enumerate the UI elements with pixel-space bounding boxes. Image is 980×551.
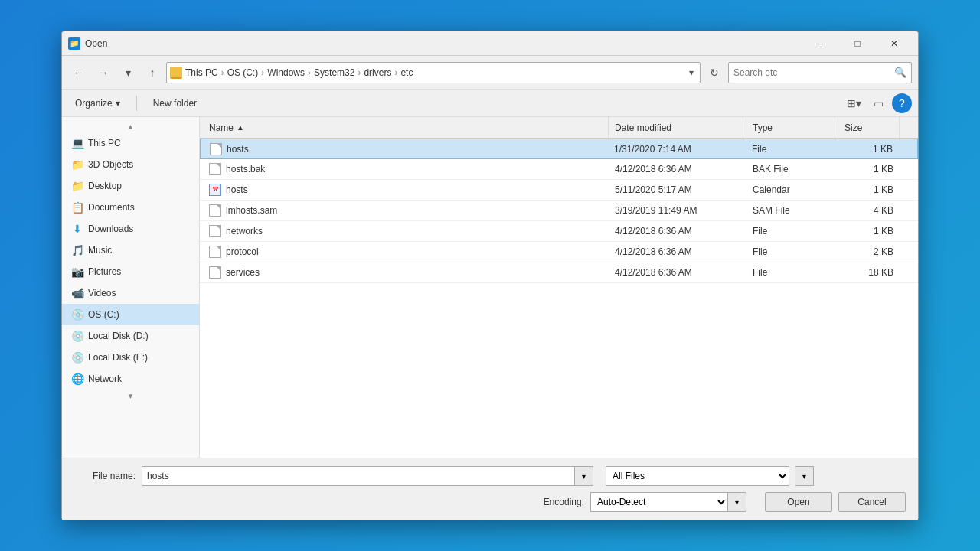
file-type-services: File: [746, 267, 838, 278]
encoding-select[interactable]: Auto-Detect: [590, 492, 728, 512]
col-header-date[interactable]: Date modified: [609, 117, 746, 138]
toolbar-right: ⊞ ▾ ▭ ?: [843, 93, 912, 113]
encoding-label: Encoding:: [544, 497, 584, 507]
documents-icon: 📋: [71, 201, 83, 214]
panel-button[interactable]: ▭: [867, 93, 889, 113]
open-button[interactable]: Open: [765, 492, 832, 512]
file-type-protocol: File: [746, 246, 838, 257]
sidebar-item-3dobjects[interactable]: 📁 3D Objects: [62, 154, 199, 175]
search-input[interactable]: [733, 67, 891, 78]
videos-icon: 📹: [71, 287, 83, 299]
encoding-dropdown-button[interactable]: ▾: [728, 492, 746, 512]
file-size-services: 18 KB: [838, 267, 900, 278]
sidebar-scroll-down[interactable]: ▼: [62, 390, 199, 402]
file-row-services[interactable]: services 4/12/2018 6:36 AM File 18 KB: [200, 262, 918, 283]
file-name-hosts1: hosts: [204, 143, 608, 155]
sidebar-label-locale: Local Disk (E:): [88, 352, 148, 363]
close-button[interactable]: ✕: [877, 34, 912, 53]
desktop-icon: 📁: [71, 180, 83, 192]
file-row-hosts1[interactable]: hosts 1/31/2020 7:14 AM File 1 KB: [200, 139, 918, 159]
address-bar-row: ← → ▾ ↑ This PC › OS (C:) › Windows › Sy…: [62, 56, 918, 90]
encoding-select-wrap: Auto-Detect ▾: [590, 492, 746, 512]
forward-button[interactable]: →: [93, 62, 114, 83]
breadcrumb-etc[interactable]: etc: [400, 67, 413, 78]
bottom-section: File name: ▾ All Files ▾ Encoding: Auto-…: [62, 458, 918, 520]
file-type-hosts2: Calendar: [746, 184, 838, 195]
file-date-services: 4/12/2018 6:36 AM: [609, 267, 746, 278]
file-list-area: Name ▲ Date modified Type Size: [200, 117, 918, 458]
filetype-select[interactable]: All Files: [606, 466, 789, 486]
sidebar-item-documents[interactable]: 📋 Documents: [62, 197, 199, 218]
file-date-hostsbak: 4/12/2018 6:36 AM: [609, 164, 746, 174]
address-box[interactable]: This PC › OS (C:) › Windows › System32 ›…: [166, 62, 701, 83]
col-header-type[interactable]: Type: [746, 117, 838, 138]
locale-icon: 💿: [71, 351, 83, 364]
sidebar-item-music[interactable]: 🎵 Music: [62, 240, 199, 261]
3dobjects-icon: 📁: [71, 158, 83, 171]
view-mode-button[interactable]: ⊞ ▾: [843, 93, 864, 113]
address-chevron[interactable]: ▾: [686, 67, 697, 78]
up-button[interactable]: ↑: [142, 62, 163, 83]
search-icon[interactable]: 🔍: [894, 67, 906, 78]
sidebar-label-downloads: Downloads: [88, 223, 133, 234]
sidebar-item-downloads[interactable]: ⬇ Downloads: [62, 218, 199, 240]
file-row-hosts2[interactable]: 📅 hosts 5/11/2020 5:17 AM Calendar 1 KB: [200, 180, 918, 201]
refresh-button[interactable]: ↻: [704, 62, 725, 83]
breadcrumb-thispc[interactable]: This PC: [185, 67, 218, 78]
file-row-hostsbak[interactable]: hosts.bak 4/12/2018 6:36 AM BAK File 1 K…: [200, 159, 918, 180]
help-button[interactable]: ?: [892, 93, 912, 113]
search-box[interactable]: 🔍: [728, 62, 912, 83]
file-icon-services: [209, 266, 221, 279]
sidebar-scroll-up[interactable]: ▲: [62, 120, 199, 132]
locald-icon: 💿: [71, 330, 83, 342]
sidebar-label-thispc: This PC: [88, 138, 121, 148]
back-button[interactable]: ←: [68, 62, 90, 83]
minimize-button[interactable]: —: [803, 34, 838, 53]
sidebar-item-locale[interactable]: 💿 Local Disk (E:): [62, 347, 199, 368]
breadcrumb-windows[interactable]: Windows: [267, 67, 305, 78]
col-header-name[interactable]: Name ▲: [203, 117, 609, 138]
sidebar-item-thispc[interactable]: 💻 This PC: [62, 132, 199, 154]
sidebar-item-locald[interactable]: 💿 Local Disk (D:): [62, 325, 199, 347]
filetype-dropdown-button[interactable]: ▾: [795, 466, 814, 486]
open-dialog: 📁 Open — □ ✕ ← → ▾ ↑ This PC › OS (C:) ›…: [61, 31, 919, 520]
sidebar-label-documents: Documents: [88, 202, 135, 213]
file-name-lmhosts: lmhosts.sam: [203, 204, 609, 217]
file-icon-hostsbak: [209, 163, 221, 175]
file-row-networks[interactable]: networks 4/12/2018 6:36 AM File 1 KB: [200, 221, 918, 242]
organize-button[interactable]: Organize ▾: [68, 93, 127, 113]
sidebar-label-locald: Local Disk (D:): [88, 331, 149, 341]
sidebar-item-osc[interactable]: 💿 OS (C:): [62, 304, 199, 325]
main-content: ▲ 💻 This PC 📁 3D Objects 📁 Desktop 📋 Doc…: [62, 117, 918, 458]
action-buttons: Open Cancel: [765, 492, 906, 512]
file-row-protocol[interactable]: protocol 4/12/2018 6:36 AM File 2 KB: [200, 242, 918, 262]
sidebar-item-videos[interactable]: 📹 Videos: [62, 282, 199, 304]
sidebar-label-desktop: Desktop: [88, 181, 122, 191]
maximize-button[interactable]: □: [840, 34, 875, 53]
recent-button[interactable]: ▾: [117, 62, 139, 83]
breadcrumb-system32[interactable]: System32: [314, 67, 354, 78]
toolbar-row: Organize ▾ New folder ⊞ ▾ ▭ ?: [62, 90, 918, 117]
file-type-hostsbak: BAK File: [746, 164, 838, 174]
sidebar-item-desktop[interactable]: 📁 Desktop: [62, 175, 199, 197]
file-icon-hosts2: 📅: [209, 184, 221, 196]
sidebar-item-pictures[interactable]: 📷 Pictures: [62, 261, 199, 282]
file-icon-networks: [209, 225, 221, 237]
dialog-icon: 📁: [68, 37, 80, 50]
filename-dropdown-button[interactable]: ▾: [575, 466, 593, 486]
sidebar-label-music: Music: [88, 245, 112, 256]
toolbar-separator: [136, 96, 137, 111]
downloads-icon: ⬇: [71, 223, 83, 235]
cancel-button[interactable]: Cancel: [838, 492, 906, 512]
title-bar-controls: — □ ✕: [803, 34, 912, 53]
file-row-lmhosts[interactable]: lmhosts.sam 3/19/2019 11:49 AM SAM File …: [200, 201, 918, 221]
folder-icon: [170, 67, 182, 79]
filename-input[interactable]: [142, 466, 575, 486]
breadcrumb: This PC › OS (C:) › Windows › System32 ›…: [185, 67, 686, 78]
file-icon-protocol: [209, 246, 221, 258]
col-header-size[interactable]: Size: [838, 117, 900, 138]
new-folder-button[interactable]: New folder: [146, 93, 204, 113]
breadcrumb-drivers[interactable]: drivers: [364, 67, 391, 78]
breadcrumb-osc[interactable]: OS (C:): [227, 67, 259, 78]
sidebar-item-network[interactable]: 🌐 Network: [62, 368, 199, 390]
